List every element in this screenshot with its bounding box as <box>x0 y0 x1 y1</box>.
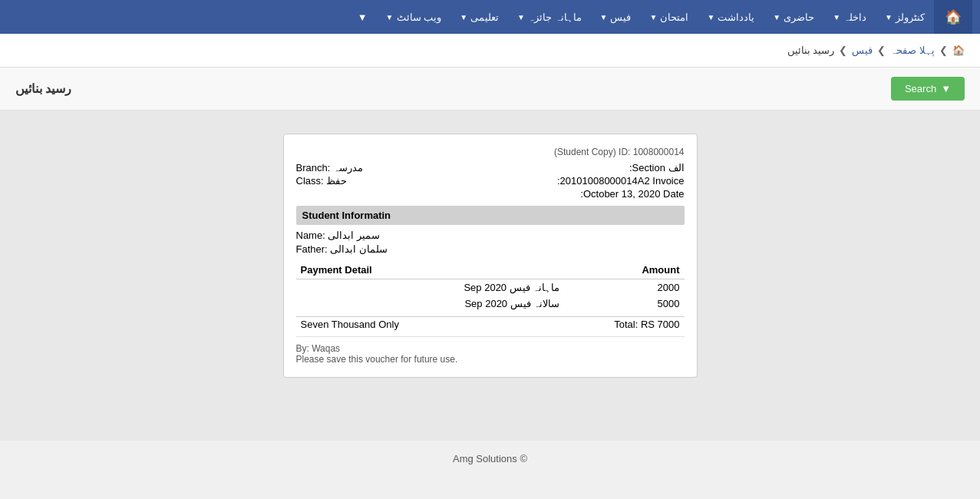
navbar-item-educational[interactable]: تعلیمی ▼ <box>450 0 508 34</box>
footer-text: Amg Solutions © <box>453 453 527 464</box>
total-label: Total: RS 7000 <box>614 319 679 330</box>
website-arrow: ▼ <box>386 13 394 21</box>
date-value: October 13, 2020 <box>583 188 660 200</box>
words-total-row: Seven Thousand Only Total: RS 7000 <box>296 316 685 332</box>
filter-icon: ▼ <box>941 83 951 94</box>
breadcrumb-item-fees[interactable]: فیس <box>852 45 873 56</box>
date-row: October 13, 2020 Date: <box>296 188 685 200</box>
by-line: By: Waqas <box>296 343 685 354</box>
navbar-item-exam[interactable]: امتحان ▼ <box>640 0 698 34</box>
search-button-label: Search <box>905 83 936 94</box>
navbar: 🏠 کنٹرولز ▼ داخلہ ▼ حاضری ▼ یادداشت ▼ ام… <box>0 0 980 34</box>
invoice-value: 20101008000014A2 <box>560 175 650 187</box>
class-invoice-row: Class: حفظ 20101008000014A2 Invoice: <box>296 175 685 187</box>
breadcrumb-sep-2: ❯ <box>877 45 886 56</box>
payment-table-header: Payment Detail Amount <box>296 261 685 279</box>
payment-row: سالانہ فیس Sep 2020 5000 <box>296 296 685 312</box>
page-header: ▼ Search رسید بنائیں <box>0 68 980 111</box>
navbar-label-entrance: داخلہ <box>843 12 866 23</box>
branch-section-row: Branch: مدرسہ الف Section: <box>296 162 685 173</box>
branch-label: Branch: <box>296 162 331 173</box>
branch-value: مدرسہ <box>333 162 363 173</box>
by-value: Waqas <box>312 343 340 354</box>
words-label: Seven Thousand Only <box>301 319 399 330</box>
main-content: (Student Copy) ID: 1008000014 Branch: مد… <box>0 111 980 441</box>
id-value: 1008000014 <box>633 147 685 157</box>
monthly-arrow: ▼ <box>517 13 525 21</box>
breadcrumb-sep-1: ❯ <box>939 45 948 56</box>
page-footer: Amg Solutions © <box>0 441 980 477</box>
navbar-label-exam: امتحان <box>660 12 688 23</box>
search-button[interactable]: ▼ Search <box>891 77 965 101</box>
father-value: سلمان ابدالی <box>330 243 388 255</box>
section-value: الف <box>668 162 685 173</box>
receipt-card: (Student Copy) ID: 1008000014 Branch: مد… <box>283 134 698 378</box>
navbar-item-attendance[interactable]: حاضری ▼ <box>764 0 823 34</box>
page-title: رسید بنائیں <box>15 81 71 96</box>
navbar-item-entrance[interactable]: داخلہ ▼ <box>823 0 876 34</box>
by-label: By: <box>296 343 309 354</box>
navbar-label-fees: فیس <box>610 12 631 23</box>
student-info: Name: سمیر ابدالی Father: سلمان ابدالی <box>296 230 685 255</box>
hamburger-icon: ▼ <box>358 12 368 23</box>
breadcrumb-sep-3: ❯ <box>839 45 847 56</box>
payment-table: Payment Detail Amount ماہانہ فیس Sep 202… <box>296 261 685 312</box>
entrance-arrow: ▼ <box>833 13 840 21</box>
class-label: Class: <box>296 175 324 187</box>
payment-amount-0: 2000 <box>564 279 684 296</box>
navbar-home[interactable]: 🏠 <box>934 0 972 34</box>
controllers-arrow: ▼ <box>885 13 893 21</box>
navbar-label-monthly: ماہانہ جائزہ <box>528 12 582 23</box>
id-label: ID: <box>619 147 630 157</box>
payment-amount-header: Amount <box>564 261 684 279</box>
footer-note: Please save this voucher for future use. <box>296 354 685 365</box>
breadcrumb-home-icon[interactable]: 🏠 <box>952 45 965 56</box>
receipt-footer: By: Waqas Please save this voucher for f… <box>296 336 685 365</box>
exam-arrow: ▼ <box>649 13 657 21</box>
fees-arrow: ▼ <box>600 13 608 21</box>
notes-arrow: ▼ <box>707 13 714 21</box>
navbar-item-monthly[interactable]: ماہانہ جائزہ ▼ <box>508 0 591 34</box>
name-value: سمیر ابدالی <box>328 230 380 241</box>
breadcrumb: 🏠 ❯ پہلا صفحہ ❯ فیس ❯ رسید بنائیں <box>0 34 980 68</box>
breadcrumb-item-home[interactable]: پہلا صفحہ <box>890 45 935 56</box>
navbar-item-fees[interactable]: فیس ▼ <box>591 0 641 34</box>
educational-arrow: ▼ <box>460 13 467 21</box>
navbar-label-notes: یادداشت <box>718 12 754 23</box>
navbar-item-controllers[interactable]: کنٹرولز ▼ <box>876 0 934 34</box>
payment-desc-0: ماہانہ فیس Sep 2020 <box>296 279 565 296</box>
father-label: Father: <box>296 243 328 255</box>
student-section-heading: Student Informatin <box>296 206 685 225</box>
payment-desc-1: سالانہ فیس Sep 2020 <box>296 296 565 312</box>
copy-label: (Student Copy) <box>554 147 616 157</box>
navbar-item-notes[interactable]: یادداشت ▼ <box>698 0 764 34</box>
student-father-row: Father: سلمان ابدالی <box>296 243 685 255</box>
payment-amount-1: 5000 <box>564 296 684 312</box>
section-label: Section: <box>629 162 665 173</box>
navbar-label-educational: تعلیمی <box>470 12 499 23</box>
receipt-id-line: (Student Copy) ID: 1008000014 <box>296 147 685 157</box>
student-name-row: Name: سمیر ابدالی <box>296 230 685 241</box>
navbar-item-website[interactable]: ویب سائٹ ▼ <box>377 0 451 34</box>
navbar-hamburger[interactable]: ▼ <box>348 0 377 34</box>
home-icon: 🏠 <box>945 8 962 25</box>
navbar-label-website: ویب سائٹ <box>397 12 442 23</box>
name-label: Name: <box>296 230 325 241</box>
navbar-label-controllers: کنٹرولز <box>896 12 925 23</box>
class-value: حفظ <box>326 175 347 187</box>
navbar-label-attendance: حاضری <box>784 12 814 23</box>
payment-desc-header: Payment Detail <box>296 261 565 279</box>
breadcrumb-item-current: رسید بنائیں <box>787 45 835 56</box>
attendance-arrow: ▼ <box>773 13 780 21</box>
payment-row: ماہانہ فیس Sep 2020 2000 <box>296 279 685 296</box>
